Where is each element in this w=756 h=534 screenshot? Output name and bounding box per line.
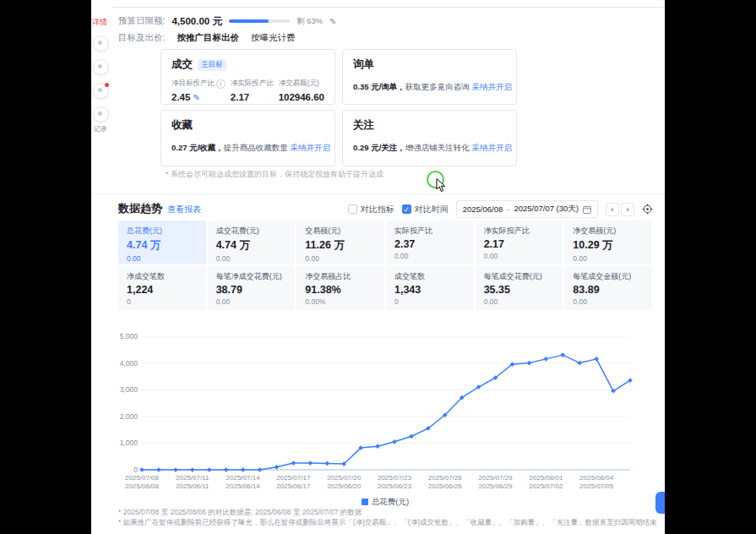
metric-cell-cost-per-order[interactable]: 每笔成交花费(元)35.350.00: [476, 266, 563, 310]
svg-text:2025/06/26: 2025/06/26: [428, 482, 463, 490]
chart-footnote-2: * 如果推广在暂停或删除前已经获得了曝光，那么在暂停或删除后将展示「(净)交易额…: [118, 518, 657, 528]
svg-text:2025/06/29: 2025/06/29: [479, 482, 514, 490]
date-range-picker[interactable]: 2025/06/08 - 2025/07/07 (30天): [456, 200, 598, 218]
legend-swatch: [362, 499, 368, 505]
compare-time-toggle[interactable]: ✓ 对比时间: [402, 204, 449, 215]
svg-text:4,000: 4,000: [120, 359, 139, 368]
toolbar-icon-1[interactable]: [93, 35, 109, 52]
generic-icon: [98, 88, 102, 92]
feedback-floating-tab[interactable]: [655, 492, 665, 514]
compare-time-label: 对比时间: [415, 204, 449, 215]
adopt-enable-link[interactable]: 采纳并开启: [471, 143, 512, 152]
budget-value: 4,500.00 元: [171, 15, 221, 28]
tab-bid-by-exposure[interactable]: 按曝光计费: [251, 32, 296, 44]
checkbox-checked-icon[interactable]: ✓: [402, 204, 411, 214]
trend-chart: 01,0002,0003,0004,0005,0002025/07/082025…: [118, 324, 652, 493]
svg-text:2025/07/08: 2025/07/08: [125, 474, 160, 482]
top-divider: [112, 7, 665, 8]
metric-cell-net-cost-per-order[interactable]: 每笔净成交花费(元)38.790.00: [208, 266, 296, 310]
inquiry-card-title: 询单: [353, 57, 374, 72]
svg-text:2025/07/26: 2025/07/26: [428, 474, 463, 482]
svg-text:2025/07/02: 2025/07/02: [529, 482, 563, 490]
trend-section-title: 数据趋势: [118, 201, 162, 216]
section-divider: [91, 193, 665, 194]
stat-value: 102946.60: [279, 92, 324, 102]
prev-period-button[interactable]: ‹: [606, 203, 619, 216]
compare-metric-label: 对比指标: [361, 204, 394, 215]
toolbar-record-label: 记录: [94, 124, 112, 134]
checkbox-unchecked-icon[interactable]: [348, 204, 357, 214]
view-report-link[interactable]: 查看报表: [167, 204, 201, 215]
budget-slider[interactable]: [229, 19, 290, 23]
budget-label: 预算日限额:: [118, 15, 165, 27]
metric-cell-net-orders[interactable]: 净成交笔数1,2240: [118, 266, 206, 310]
svg-text:2025/07/20: 2025/07/20: [327, 474, 362, 482]
notification-dot: [105, 83, 109, 87]
stat-label: 净交易额(元): [279, 79, 319, 89]
goal-card-favorite: 收藏 0.27 元/收藏，提升商品收藏数量 采纳并开启: [160, 110, 335, 166]
svg-text:2025/08/04: 2025/08/04: [579, 474, 614, 482]
svg-text:0: 0: [133, 466, 138, 474]
toolbar-icon-record[interactable]: [93, 106, 109, 123]
ad-campaign-dashboard: 详情 记录 预算日限额: 4,500.00 元 剩 63% ✎ 目标及出价: 按…: [91, 0, 665, 534]
inquiry-price: 0.35 元/询单，: [353, 82, 405, 91]
bidding-label: 目标及出价:: [118, 32, 165, 44]
svg-text:2025/06/11: 2025/06/11: [176, 482, 209, 490]
metric-cell-deal-spend[interactable]: 成交花费(元)4.74 万0.00: [208, 221, 296, 264]
favorite-price: 0.27 元/收藏，: [171, 143, 224, 152]
stat-value: 2.17: [231, 92, 274, 102]
toolbar-icon-3[interactable]: [93, 83, 109, 99]
chart-legend[interactable]: 总花费(元): [118, 497, 652, 508]
adopt-enable-link[interactable]: 采纳并开启: [471, 82, 512, 91]
deal-card-title: 成交: [171, 57, 193, 72]
date-end: 2025/07/07 (30天): [514, 204, 579, 215]
toolbar-detail-link[interactable]: 详情: [92, 17, 112, 28]
metric-cell-orders[interactable]: 成交笔数1,3430: [386, 266, 474, 310]
svg-text:2025/06/23: 2025/06/23: [378, 482, 412, 490]
date-start: 2025/06/08: [463, 204, 503, 214]
svg-text:2025/07/29: 2025/07/29: [479, 474, 514, 482]
primary-goal-badge: 主目标: [198, 59, 226, 71]
svg-text:2025/08/01: 2025/08/01: [529, 474, 563, 482]
budget-remaining: 剩 63%: [296, 16, 323, 27]
svg-text:1,000: 1,000: [120, 439, 139, 447]
tab-bid-by-goal[interactable]: 按推广目标出价: [177, 32, 239, 44]
metric-cell-amount-per-order[interactable]: 每笔成交金额(元)83.890.00: [564, 266, 652, 310]
goal-card-deal: 成交 主目标 净目标投产比i 2.45✎ 净实际投产比 2.17 净交易额(元)…: [160, 49, 335, 105]
budget-row: 预算日限额: 4,500.00 元 剩 63% ✎: [118, 15, 336, 27]
compare-metric-toggle[interactable]: 对比指标: [348, 204, 394, 215]
favorite-desc: 提升商品收藏数量: [224, 143, 288, 152]
svg-text:2025/06/17: 2025/06/17: [276, 482, 311, 490]
metric-cell-net-roi[interactable]: 净实际投产比2.170.00: [476, 221, 563, 264]
next-period-button[interactable]: ›: [621, 203, 634, 216]
settings-gear-icon[interactable]: [642, 204, 653, 215]
generic-icon: [98, 41, 102, 45]
edit-budget-icon[interactable]: ✎: [329, 17, 336, 26]
stat-label: 净实际投产比: [231, 79, 274, 89]
toolbar-icon-2[interactable]: [93, 59, 109, 75]
svg-text:3,000: 3,000: [120, 385, 139, 394]
metric-cell-gmv[interactable]: 交易额(元)11.26 万0.00: [296, 221, 384, 264]
adopt-enable-link[interactable]: 采纳并开启: [290, 143, 330, 152]
svg-text:2,000: 2,000: [120, 412, 139, 421]
calendar-icon: [583, 205, 591, 214]
stat-net-gmv: 净交易额(元) 102946.60: [279, 79, 324, 102]
metric-cell-roi[interactable]: 实际投产比2.370.00: [386, 221, 474, 264]
svg-text:2025/06/14: 2025/06/14: [226, 482, 261, 490]
info-icon[interactable]: i: [216, 79, 226, 89]
metric-cell-total-spend[interactable]: 总花费(元)4.74 万0.00: [118, 221, 206, 264]
metric-cell-net-gmv-ratio[interactable]: 净交易额占比91.38%0.00%: [296, 266, 384, 310]
date-separator: -: [507, 204, 509, 214]
goal-card-follow: 关注 0.29 元/关注，增强店铺关注转化 采纳并开启: [342, 110, 517, 166]
record-icon: [98, 112, 102, 116]
follow-card-title: 关注: [353, 118, 374, 133]
svg-text:5,000: 5,000: [120, 332, 139, 341]
mouse-cursor-icon: [436, 178, 446, 193]
edit-target-roi-icon[interactable]: ✎: [193, 93, 199, 102]
side-toolbar: 详情 记录: [92, 17, 112, 134]
stat-actual-roi: 净实际投产比 2.17: [231, 79, 274, 102]
svg-text:2025/06/20: 2025/06/20: [327, 482, 362, 490]
metric-cell-net-gmv[interactable]: 净交易额(元)10.29 万0.00: [564, 221, 652, 264]
follow-price: 0.29 元/关注，: [353, 143, 405, 152]
svg-text:2025/07/14: 2025/07/14: [226, 474, 261, 482]
